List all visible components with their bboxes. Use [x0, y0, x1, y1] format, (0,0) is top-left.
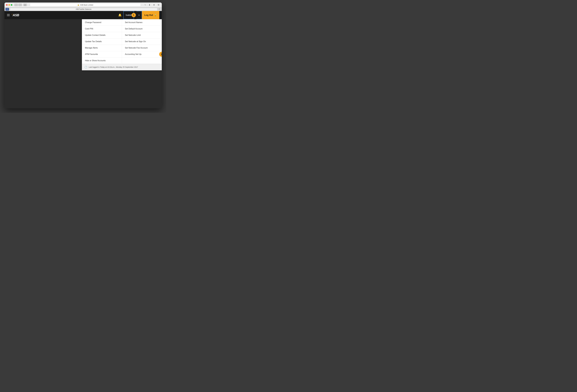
logout-label: Log Out [144, 14, 153, 16]
menu-item-change-password[interactable]: Change Password [82, 19, 122, 26]
menu-item-empty [122, 58, 162, 64]
menu-item-label: Update Contact Details [85, 34, 106, 36]
url-bar[interactable]: 🔒 ASB Bank Limited [30, 3, 141, 6]
menu-item-set-default-account[interactable]: Set Default Account [122, 26, 162, 32]
hamburger-line-1 [7, 14, 10, 14]
forward-button[interactable]: › [18, 4, 22, 6]
user-name: Isabel [126, 14, 132, 16]
tab-label: ASB FastNet: Balances [76, 8, 91, 10]
maximize-button[interactable] [11, 4, 12, 6]
menu-item-hide-show-accounts[interactable]: Hide or Show Accounts [82, 58, 122, 64]
back-button[interactable]: ‹ [14, 4, 18, 6]
toolbar-right: ⬇ ⬆ ⧉ [148, 3, 160, 6]
menu-item-label: Set Netcode Fee Account [125, 47, 147, 49]
active-tab[interactable]: ASB FastNet: Balances [10, 8, 157, 11]
last-login-text: Last logged in Today at 10:22a.m., Monda… [89, 66, 138, 68]
dropdown-menu: Change Password Set Account Names Card P… [82, 19, 162, 70]
menu-item-label: Set Netcode at Sign On [125, 40, 146, 42]
logout-button[interactable]: Log Out 🔒 [142, 11, 159, 19]
badge-2: 2 [159, 52, 162, 57]
menu-item-set-netcode-fee[interactable]: Set Netcode Fee Account [122, 45, 162, 51]
hamburger-menu[interactable] [7, 14, 10, 16]
dropdown-grid: Change Password Set Account Names Card P… [82, 19, 162, 64]
menu-item-update-tax[interactable]: Update Tax Details [82, 38, 122, 45]
menu-item-set-account-names[interactable]: Set Account Names [122, 19, 162, 26]
traffic-lights [6, 4, 12, 6]
asb-text: ASB [13, 13, 19, 17]
menu-item-atm-favourite[interactable]: ATM Favourite [82, 51, 122, 58]
browser-content: ' ASB 🔔 Isabel 1 ▾ Log Out 🔒 [4, 11, 162, 108]
facebook-label: f [7, 8, 7, 10]
chevron-down-button[interactable]: ▾ [137, 11, 142, 19]
tab-bar: f ASB FastNet: Balances + [4, 7, 162, 11]
clock-icon: 🕐 [84, 66, 87, 68]
mac-window: ‹ › ⊡ 🔒 ASB Bank Limited ↻ ⬇ ⬆ ⧉ f ASB F… [4, 2, 162, 108]
user-dropdown[interactable]: Isabel 1 [123, 11, 134, 19]
lock-icon: 🔒 [77, 4, 79, 6]
menu-item-label: Update Tax Details [85, 40, 102, 42]
asb-tick: ' [12, 14, 12, 17]
dropdown-footer: 🕐 Last logged in Today at 10:22a.m., Mon… [82, 64, 162, 70]
add-tab-icon: + [159, 8, 160, 10]
badge-1: 1 [132, 13, 136, 17]
nav-buttons: ‹ › [14, 4, 22, 6]
menu-item-label: Set Netcode Limit [125, 34, 141, 36]
menu-item-update-contact[interactable]: Update Contact Details [82, 32, 122, 38]
share-icon[interactable]: ⬆ [152, 3, 156, 6]
lock-icon: 🔒 [154, 14, 157, 16]
menu-item-set-netcode-sign-on[interactable]: Set Netcode at Sign On [122, 38, 162, 45]
menu-item-label: Set Default Account [125, 28, 143, 30]
close-button[interactable] [6, 4, 8, 6]
header-right: 🔔 Isabel 1 ▾ Log Out 🔒 [116, 11, 159, 19]
facebook-tab[interactable]: f [5, 8, 9, 11]
title-bar: ‹ › ⊡ 🔒 ASB Bank Limited ↻ ⬇ ⬆ ⧉ [4, 2, 162, 7]
menu-item-label: Accounting Set Up [125, 53, 142, 55]
menu-item-label: Card PIN [85, 28, 93, 30]
menu-item-label: Change Password [85, 21, 101, 24]
notifications-button[interactable]: 🔔 [116, 11, 123, 19]
download-icon[interactable]: ⬇ [148, 3, 151, 6]
menu-item-label: Hide or Show Accounts [85, 60, 106, 62]
add-tab-button[interactable]: + [158, 8, 161, 11]
menu-item-card-pin[interactable]: Card PIN [82, 26, 122, 32]
asb-logo: ' ASB [12, 13, 19, 17]
menu-item-label: Set Account Names [125, 21, 143, 24]
minimize-button[interactable] [8, 4, 10, 6]
sidebar-toggle-button[interactable]: ⊡ [23, 4, 27, 6]
refresh-button[interactable]: ↻ [144, 3, 147, 6]
windows-icon[interactable]: ⧉ [157, 3, 160, 6]
app-header: ' ASB 🔔 Isabel 1 ▾ Log Out 🔒 [4, 11, 162, 19]
menu-item-label: ATM Favourite [85, 53, 98, 55]
menu-item-accounting-setup[interactable]: Accounting Set Up 2 [122, 51, 162, 58]
menu-item-manage-alerts[interactable]: Manage Alerts [82, 45, 122, 51]
url-text: ASB Bank Limited [80, 4, 93, 6]
hamburger-line-3 [7, 16, 10, 16]
menu-item-label: Manage Alerts [85, 47, 98, 49]
hamburger-line-2 [7, 15, 10, 15]
menu-item-set-netcode-limit[interactable]: Set Netcode Limit [122, 32, 162, 38]
